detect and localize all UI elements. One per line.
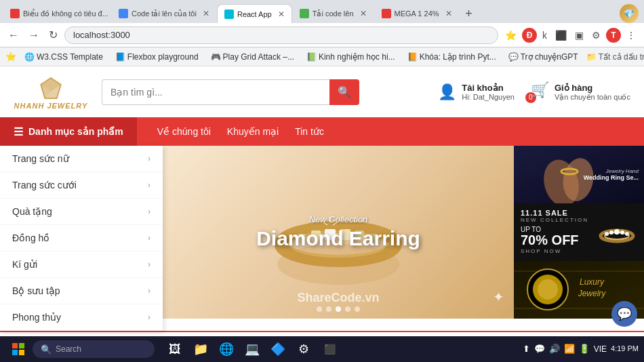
bookmarks-more[interactable]: 📁 Tất cả dấu trang — [586, 52, 644, 62]
tab-favicon-2 — [119, 9, 128, 18]
taskbar-app-3[interactable]: 🌐 — [214, 336, 239, 362]
bookmark-kinh[interactable]: 📗 Kinh nghiệm học hi... — [302, 51, 399, 63]
logo-area[interactable]: NHANH JEWELRY — [14, 75, 88, 110]
svg-point-27 — [625, 232, 629, 236]
profile-icon[interactable]: Đ — [522, 28, 537, 43]
bookmark-icon-5: 📙 — [407, 52, 418, 62]
taskbar-icon-3: 🔊 — [549, 344, 560, 354]
taskbar-icon-1: ⬆ — [523, 344, 530, 354]
taskbar-app-7[interactable]: ⬛ — [317, 336, 342, 362]
ext-icon-4[interactable]: ⚙ — [589, 27, 603, 43]
taskbar-apps: 🖼 📁 🌐 💻 🔷 ⚙ ⬛ — [163, 336, 342, 362]
search-area: 🔍 — [102, 79, 359, 105]
hero-dot-1[interactable] — [317, 306, 322, 312]
windows-logo-icon — [12, 343, 24, 355]
hero-dot-4[interactable] — [345, 306, 350, 312]
nav-menu-button[interactable]: ☰ Danh mục sản phẩm — [0, 117, 137, 146]
banner-mid[interactable]: 11.11 SALE NEW COLLECTION UP TO 70% OFF … — [514, 203, 644, 261]
taskbar-time[interactable]: 4:19 PM — [611, 344, 639, 354]
tab-close-2[interactable]: ✕ — [203, 9, 209, 18]
cart-area[interactable]: 🛒 0 Giỏ hàng Vận chuyển toàn quốc — [531, 81, 630, 103]
svg-point-24 — [609, 230, 613, 235]
tab-3[interactable]: React App ✕ — [217, 4, 292, 23]
refresh-button[interactable]: ↻ — [46, 26, 60, 44]
ext-icon-2[interactable]: ⬛ — [552, 27, 569, 43]
header-right: 👤 Tài khoản Hi: Dat_Nguyen 🛒 0 Giỏ hàng … — [438, 81, 630, 103]
account-label: Tài khoản — [462, 83, 515, 93]
svg-point-25 — [614, 229, 620, 235]
account-area[interactable]: 👤 Tài khoản Hi: Dat_Nguyen — [438, 83, 515, 101]
windows-button[interactable] — [5, 336, 31, 362]
dropdown-item-6[interactable]: Phong thủy › — [0, 304, 163, 331]
svg-point-26 — [620, 230, 624, 235]
bookmark-icon-6: 💬 — [508, 52, 519, 62]
nav-link-promo[interactable]: Khuyến mại — [227, 126, 279, 137]
tab-close-5[interactable]: ✕ — [445, 9, 452, 18]
menu-icon[interactable]: ⋮ — [624, 27, 639, 43]
taskbar-app-5[interactable]: 🔷 — [266, 336, 290, 362]
search-input[interactable] — [102, 79, 329, 105]
bookmark-icon-1: 🌐 — [24, 52, 35, 62]
bookmark-label-4: Kinh nghiệm học hi... — [319, 52, 395, 62]
cart-label: Giỏ hàng — [555, 83, 630, 93]
tab-favicon-3 — [224, 9, 234, 19]
hero-dot-3[interactable] — [336, 306, 341, 312]
nav-bar: ☰ Danh mục sản phẩm Về chúng tôi Khuyến … — [0, 117, 644, 146]
svg-rect-37 — [19, 343, 24, 348]
bookmark-icon-2: 📘 — [115, 52, 125, 62]
taskbar-lang[interactable]: VIE — [594, 344, 607, 354]
tab-label-3: React App — [237, 10, 272, 18]
tab-2[interactable]: Code tải lên của tôi ✕ — [111, 4, 217, 23]
ext-icon-1[interactable]: k — [540, 27, 550, 43]
hero-dot-2[interactable] — [326, 306, 331, 312]
new-tab-button[interactable]: + — [460, 4, 479, 23]
tab-5[interactable]: MEGA 1 24% ✕ — [374, 4, 460, 23]
dropdown-item-4[interactable]: Kí gửi › — [0, 252, 163, 278]
taskbar-icon-4: 📶 — [564, 344, 575, 354]
dropdown-item-1[interactable]: Trang sức cưới › — [0, 172, 163, 199]
chat-bubble[interactable]: 💬 — [611, 301, 637, 327]
nav-link-about[interactable]: Về chúng tôi — [157, 126, 211, 137]
bookmark-w3css[interactable]: 🌐 W3.CSS Template — [20, 51, 107, 63]
taskbar-search-bar[interactable]: 🔍 Search — [33, 340, 155, 358]
bookmarks-bar: ⭐ 🌐 W3.CSS Template 📘 Flexbox playground… — [0, 47, 644, 66]
svg-rect-39 — [19, 350, 24, 355]
banner-mid-off: 70% OFF — [521, 233, 588, 247]
account-info: Tài khoản Hi: Dat_Nguyen — [462, 83, 515, 101]
forward-button[interactable]: → — [26, 26, 42, 44]
taskbar: 🔍 Search 🖼 📁 🌐 💻 🔷 ⚙ ⬛ ⬆ 💬 🔊 📶 🔋 VIE 4:1… — [0, 336, 644, 362]
url-input[interactable] — [64, 26, 498, 44]
bookmark-grid[interactable]: 🎮 Play Grid Attack –... — [207, 51, 298, 63]
nav-link-news[interactable]: Tin tức — [295, 126, 324, 137]
bookmarks-toggle[interactable]: ⭐ — [5, 52, 16, 62]
extension-icon[interactable]: 💎 — [620, 4, 639, 23]
banner-mid-btn: SHOP NOW — [521, 248, 588, 254]
taskbar-app-6[interactable]: ⚙ — [291, 336, 316, 362]
ext-icon-5[interactable]: T — [606, 28, 621, 43]
bookmark-khoa[interactable]: 📙 Khóa: Lập trình Pyt... — [403, 51, 500, 63]
dropdown-item-2[interactable]: Quà tặng › — [0, 199, 163, 225]
taskbar-right: ⬆ 💬 🔊 📶 🔋 VIE 4:19 PM — [523, 344, 644, 354]
hero-dot-5[interactable] — [355, 306, 360, 312]
taskbar-app-2[interactable]: 📁 — [188, 336, 213, 362]
bookmark-gpt[interactable]: 💬 Trợ chuyệnGPT — [504, 51, 582, 63]
tab-4[interactable]: Tải code lên ✕ — [292, 4, 374, 23]
dropdown-item-0[interactable]: Trang sức nữ › — [0, 146, 163, 172]
bookmark-label-6: Trợ chuyệnGPT — [521, 52, 578, 62]
tab-close-3[interactable]: ✕ — [278, 9, 285, 19]
bookmark-flexbox[interactable]: 📘 Flexbox playground — [111, 51, 203, 63]
tab-close-4[interactable]: ✕ — [360, 9, 367, 18]
taskbar-app-1[interactable]: 🖼 — [163, 336, 187, 362]
star-icon[interactable]: ⭐ — [502, 27, 519, 43]
dropdown-item-5[interactable]: Bộ sưu tập › — [0, 278, 163, 304]
taskbar-app-4[interactable]: 💻 — [240, 336, 264, 362]
back-button[interactable]: ← — [5, 26, 22, 44]
dropdown-item-3[interactable]: Đồng hồ › — [0, 225, 163, 252]
svg-rect-38 — [12, 350, 18, 355]
search-button[interactable]: 🔍 — [329, 79, 359, 105]
banner-mid-ring-svg — [597, 210, 637, 254]
ext-icon-3[interactable]: ▣ — [572, 27, 586, 43]
tab-favicon-5 — [382, 9, 391, 18]
banner-top[interactable]: Jewelry Hand Wedding Ring Se... — [514, 146, 644, 203]
tab-1[interactable]: Biểu đồ không có tiêu đ... ✕ — [3, 4, 111, 23]
